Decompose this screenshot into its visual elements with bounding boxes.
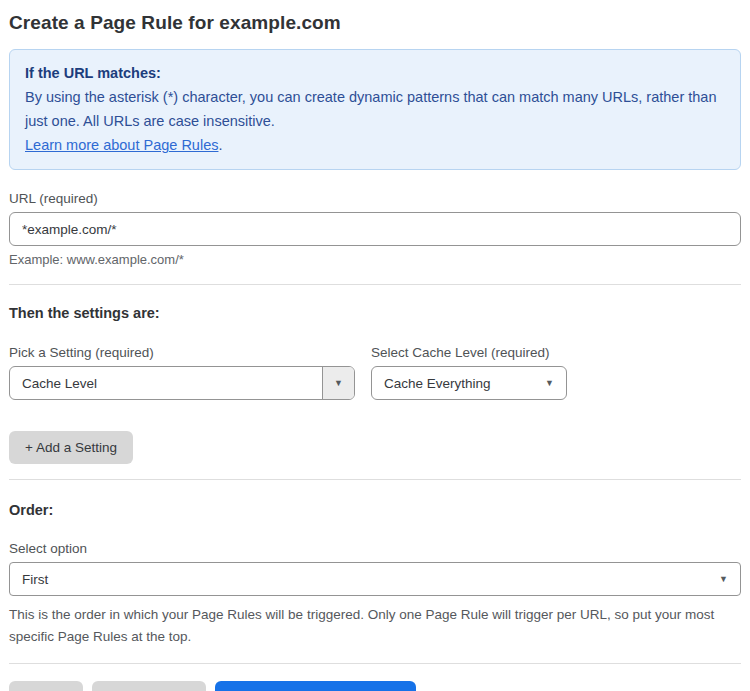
- chevron-down-icon: ▼: [334, 379, 343, 388]
- order-section-heading: Order:: [9, 502, 741, 518]
- cancel-button[interactable]: Cancel: [9, 681, 83, 691]
- order-select-dropdown[interactable]: First ▼: [9, 562, 741, 596]
- setting-picker-arrow-button[interactable]: ▼: [322, 367, 354, 399]
- url-match-info-banner: If the URL matches: By using the asteris…: [9, 49, 741, 170]
- setting-picker-group: Pick a Setting (required) Cache Level ▼: [9, 345, 355, 400]
- section-divider: [9, 663, 741, 664]
- info-banner-heading: If the URL matches:: [25, 61, 725, 85]
- cache-level-value: Cache Everything: [372, 376, 545, 391]
- chevron-down-icon: ▼: [545, 379, 566, 388]
- setting-picker-label: Pick a Setting (required): [9, 345, 355, 360]
- save-as-draft-button[interactable]: Save as Draft: [92, 681, 206, 691]
- url-field-group: URL (required) Example: www.example.com/…: [9, 191, 741, 267]
- order-select-label: Select option: [9, 541, 741, 556]
- settings-row: Pick a Setting (required) Cache Level ▼ …: [9, 345, 741, 400]
- add-setting-button[interactable]: + Add a Setting: [9, 431, 133, 464]
- order-helper-text: This is the order in which your Page Rul…: [9, 604, 719, 648]
- url-input[interactable]: [9, 212, 741, 246]
- url-field-label: URL (required): [9, 191, 741, 206]
- section-divider: [9, 479, 741, 480]
- setting-picker-dropdown[interactable]: Cache Level ▼: [9, 366, 355, 400]
- page-title: Create a Page Rule for example.com: [9, 12, 741, 34]
- cache-level-dropdown[interactable]: Cache Everything ▼: [371, 366, 567, 400]
- info-banner-body: By using the asterisk (*) character, you…: [25, 85, 725, 133]
- url-example-helper: Example: www.example.com/*: [9, 252, 741, 267]
- chevron-down-icon: ▼: [719, 575, 740, 584]
- settings-section-heading: Then the settings are:: [9, 305, 741, 321]
- setting-picker-value: Cache Level: [10, 376, 322, 391]
- save-and-deploy-button[interactable]: Save and Deploy Page Rule: [215, 681, 417, 691]
- info-banner-link-line: Learn more about Page Rules.: [25, 133, 725, 157]
- cache-level-picker-group: Select Cache Level (required) Cache Ever…: [371, 345, 567, 400]
- form-actions: Cancel Save as Draft Save and Deploy Pag…: [9, 681, 741, 691]
- order-select-value: First: [10, 572, 719, 587]
- cache-level-picker-label: Select Cache Level (required): [371, 345, 567, 360]
- section-divider: [9, 284, 741, 285]
- learn-more-link[interactable]: Learn more about Page Rules: [25, 137, 218, 153]
- link-period: .: [218, 137, 222, 153]
